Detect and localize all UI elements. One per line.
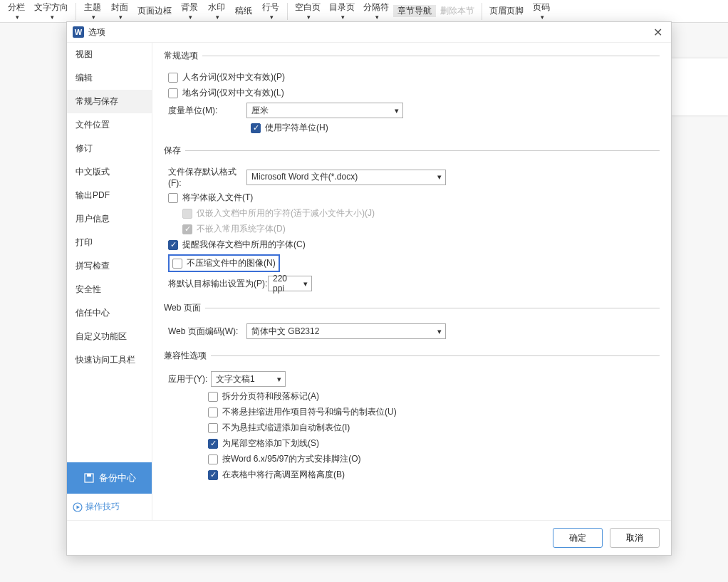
sidebar-item[interactable]: 快速访问工具栏 (67, 348, 152, 372)
ribbon-item[interactable]: 页眉页脚 (485, 5, 528, 17)
use-char-unit-checkbox[interactable] (251, 123, 261, 133)
sidebar-item[interactable]: 编辑 (67, 66, 152, 90)
sidebar-item[interactable]: 自定义功能区 (67, 325, 152, 348)
default-out-select[interactable]: 220 ppi (268, 276, 312, 291)
ribbon-item[interactable]: 封面 ▾ (106, 1, 133, 21)
dialog-footer: 确定 取消 (67, 520, 671, 555)
sidebar-item[interactable]: 用户信息 (67, 207, 152, 231)
options-dialog: W 选项 ✕ 视图编辑常规与保存文件位置修订中文版式输出PDF用户信息打印拼写检… (66, 21, 672, 556)
no-hang-indent-label: 不将悬挂缩进用作项目符号和编号的制表位(U) (222, 406, 397, 418)
section-compat: 兼容性选项 应用于(Y): 文字文稿1 拆分分页符和段落标记(A) 不将悬挂缩进… (164, 350, 660, 484)
tips-icon (73, 502, 83, 512)
split-page-label: 拆分分页符和段落标记(A) (222, 390, 319, 402)
dialog-content: 常规选项 人名分词(仅对中文有效)(P) 地名分词(仅对中文有效)(L) 度量单… (152, 43, 671, 520)
sidebar-item[interactable]: 信任中心 (67, 301, 152, 325)
ribbon-item[interactable]: 空白页 ▾ (291, 1, 325, 21)
place-seg-label: 地名分词(仅对中文有效)(L) (182, 87, 284, 99)
use-char-unit-label: 使用字符单位(H) (265, 122, 328, 134)
no-compress-img-checkbox[interactable] (172, 259, 182, 269)
ribbon-item[interactable]: 页面边框 (133, 5, 176, 17)
section-general-legend: 常规选项 (164, 50, 202, 62)
cancel-button[interactable]: 取消 (610, 528, 660, 548)
highlight-no-compress: 不压缩文件中的图像(N) (168, 254, 280, 272)
section-general: 常规选项 人名分词(仅对中文有效)(P) 地名分词(仅对中文有效)(L) 度量单… (164, 50, 660, 137)
no-compress-img-label: 不压缩文件中的图像(N) (187, 257, 276, 269)
remind-fonts-checkbox[interactable] (168, 240, 178, 250)
unit-label: 度量单位(M): (168, 105, 246, 117)
no-sys-fonts-checkbox (182, 224, 192, 234)
ribbon-item[interactable]: 章节导航 (393, 5, 436, 17)
default-format-select[interactable]: Microsoft Word 文件(*.docx) (246, 170, 446, 185)
place-seg-checkbox[interactable] (168, 88, 178, 98)
sidebar-item[interactable]: 安全性 (67, 278, 152, 301)
sidebar-item[interactable]: 常规与保存 (67, 90, 152, 113)
embed-fonts-label: 将字体嵌入文件(T) (182, 192, 253, 204)
no-sys-fonts-label: 不嵌入常用系统字体(D) (197, 223, 286, 235)
embed-used-checkbox (182, 209, 192, 219)
svg-rect-1 (87, 474, 91, 477)
ribbon-item[interactable]: 主题 ▾ (79, 1, 106, 21)
underline-trail-label: 为尾部空格添加下划线(S) (222, 437, 319, 450)
ribbon-item[interactable]: 文字方向 ▾ (30, 1, 73, 21)
split-page-checkbox[interactable] (208, 392, 218, 402)
dialog-sidebar: 视图编辑常规与保存文件位置修订中文版式输出PDF用户信息打印拼写检查安全性信任中… (67, 43, 152, 520)
sidebar-list: 视图编辑常规与保存文件位置修订中文版式输出PDF用户信息打印拼写检查安全性信任中… (67, 43, 152, 462)
apply-label: 应用于(Y): (168, 373, 211, 385)
section-web: Web 页面 Web 页面编码(W): 简体中文 GB2312 (164, 302, 660, 343)
backup-center-button[interactable]: 备份中心 (67, 462, 152, 494)
ribbon-item[interactable]: 水印 ▾ (203, 1, 230, 21)
apply-select[interactable]: 文字文稿1 (211, 371, 286, 387)
sidebar-item[interactable]: 中文版式 (67, 160, 152, 184)
section-save: 保存 文件保存默认格式(F): Microsoft Word 文件(*.docx… (164, 145, 660, 295)
ribbon-item[interactable]: 行号 ▾ (257, 1, 284, 21)
dialog-body: 视图编辑常规与保存文件位置修订中文版式输出PDF用户信息打印拼写检查安全性信任中… (67, 42, 671, 520)
sidebar-item[interactable]: 视图 (67, 43, 152, 66)
word6-footnote-label: 按Word 6.x/95/97的方式安排脚注(O) (222, 453, 360, 465)
section-web-legend: Web 页面 (164, 302, 205, 314)
ribbon-item[interactable]: 页码 ▾ (528, 1, 555, 21)
ribbon-item[interactable]: 目录页 ▾ (325, 1, 359, 21)
svg-marker-3 (77, 505, 80, 509)
sidebar-item[interactable]: 打印 (67, 231, 152, 254)
backup-icon (83, 472, 95, 484)
backup-label: 备份中心 (99, 472, 136, 484)
default-out-label: 将默认目标输出设置为(P): (168, 278, 268, 290)
dialog-titlebar: W 选项 ✕ (67, 22, 671, 42)
sidebar-item[interactable]: 拼写检查 (67, 254, 152, 278)
dialog-title-text: 选项 (88, 26, 105, 38)
section-save-legend: 保存 (164, 145, 185, 157)
app-icon: W (73, 26, 84, 38)
underline-trail-checkbox[interactable] (208, 439, 218, 449)
no-hang-indent-checkbox[interactable] (208, 407, 218, 417)
name-seg-checkbox[interactable] (168, 73, 178, 83)
unit-select[interactable]: 厘米 (246, 103, 403, 118)
ribbon-item[interactable]: 稿纸 (230, 5, 257, 17)
embed-used-label: 仅嵌入文档中所用的字符(适于减小文件大小)(J) (197, 207, 375, 219)
table-grid-height-checkbox[interactable] (208, 470, 218, 480)
section-compat-legend: 兼容性选项 (164, 350, 211, 362)
sidebar-item[interactable]: 输出PDF (67, 184, 152, 207)
format-label: 文件保存默认格式(F): (168, 166, 246, 188)
ribbon-item[interactable]: 分隔符 ▾ (359, 1, 393, 21)
encoding-label: Web 页面编码(W): (168, 326, 246, 338)
word6-footnote-checkbox[interactable] (208, 454, 218, 464)
ok-button[interactable]: 确定 (553, 528, 603, 548)
tips-label: 操作技巧 (85, 501, 120, 513)
name-seg-label: 人名分词(仅对中文有效)(P) (182, 71, 285, 83)
ribbon-item: 删除本节 (436, 5, 479, 17)
table-grid-height-label: 在表格中将行高调至网格高度(B) (222, 469, 345, 481)
ribbon-item[interactable]: 背景 ▾ (176, 1, 203, 21)
no-auto-tab-label: 不为悬挂式缩进添加自动制表位(I) (222, 422, 350, 434)
no-auto-tab-checkbox[interactable] (208, 423, 218, 433)
encoding-select[interactable]: 简体中文 GB2312 (246, 323, 446, 339)
embed-fonts-checkbox[interactable] (168, 193, 178, 203)
ribbon-item[interactable]: 分栏 ▾ (3, 1, 30, 21)
sidebar-item[interactable]: 文件位置 (67, 113, 152, 137)
remind-fonts-label: 提醒我保存文档中所用的字体(C) (182, 239, 306, 251)
tips-link[interactable]: 操作技巧 (67, 494, 152, 520)
close-icon[interactable]: ✕ (650, 26, 665, 39)
sidebar-item[interactable]: 修订 (67, 137, 152, 160)
ribbon-toolbar: 分栏 ▾文字方向 ▾主题 ▾封面 ▾页面边框背景 ▾水印 ▾稿纸行号 ▾空白页 … (0, 0, 728, 23)
